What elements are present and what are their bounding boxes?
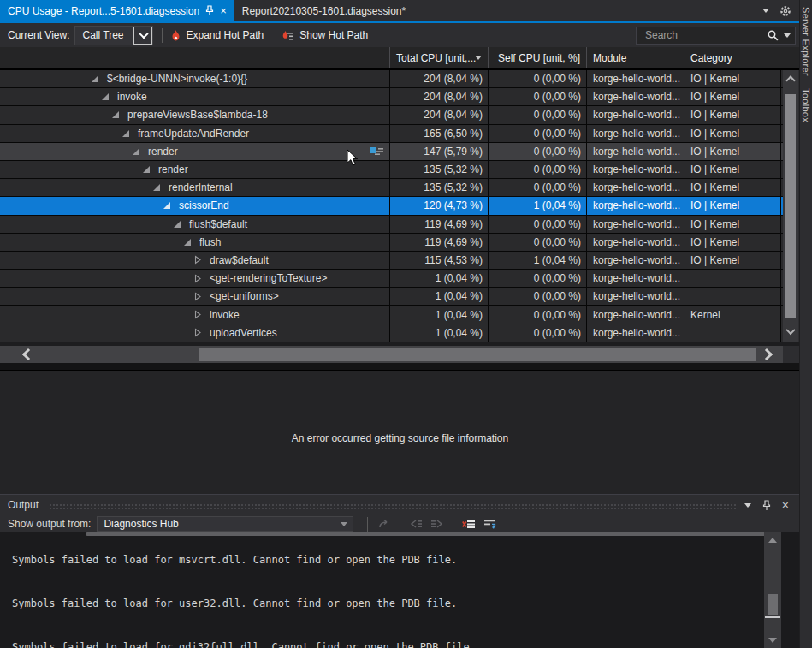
clear-all-icon[interactable]	[462, 519, 476, 530]
collapse-icon[interactable]	[112, 111, 127, 118]
word-wrap-icon[interactable]	[483, 519, 497, 530]
column-header-total-cpu[interactable]: Total CPU [unit,...	[389, 47, 488, 68]
column-label: Total CPU [unit,...	[396, 52, 476, 64]
table-row[interactable]: invoke 204 (8,04 %) 0 (0,00 %) korge-hel…	[0, 88, 783, 106]
table-row[interactable]: draw$default 115 (4,53 %) 1 (0,04 %) kor…	[0, 252, 783, 270]
vs-profiler-window: CPU Usage - Report...5-1601.diagsession …	[0, 0, 812, 648]
expand-icon[interactable]	[194, 310, 210, 319]
table-row[interactable]: <get-renderingToTexture> 1 (0,04 %) 0 (0…	[0, 270, 783, 288]
scrollbar-thumb[interactable]	[768, 594, 778, 615]
next-message-icon[interactable]	[430, 519, 443, 529]
find-source-icon[interactable]	[377, 519, 390, 530]
table-row[interactable]: prepareViewsBase$lambda-18 204 (8,04 %) …	[0, 106, 783, 124]
column-header-category[interactable]: Category	[685, 47, 781, 68]
expand-hot-path-button[interactable]: Expand Hot Path	[171, 29, 264, 41]
pin-icon[interactable]	[205, 5, 214, 16]
drag-grip[interactable]	[49, 503, 736, 510]
output-panel: Output × Show output from: Diagnostics H…	[0, 494, 800, 648]
collapse-icon[interactable]	[92, 75, 107, 82]
collapse-icon[interactable]	[174, 221, 189, 228]
scroll-left-icon[interactable]	[22, 348, 34, 360]
expand-icon[interactable]	[194, 274, 210, 283]
previous-message-icon[interactable]	[410, 519, 423, 529]
combobox-dropdown-button[interactable]	[133, 27, 152, 45]
collapse-icon[interactable]	[163, 202, 179, 209]
column-header-module[interactable]: Module	[586, 47, 685, 68]
scroll-up-icon[interactable]	[785, 75, 795, 85]
table-row[interactable]: uploadVertices 1 (0,04 %) 0 (0,00 %) kor…	[0, 324, 783, 342]
sidebar-tab-server-explorer[interactable]: Server Explorer	[801, 7, 811, 76]
search-input[interactable]	[643, 28, 767, 42]
show-hot-path-button[interactable]: Show Hot Path	[282, 29, 368, 41]
grid-header: Total CPU [unit,... Self CPU [unit, %] M…	[0, 47, 800, 70]
total-cpu-value: 119 (4,69 %)	[389, 216, 488, 233]
table-row[interactable]: frameUpdateAndRender 165 (6,50 %) 0 (0,0…	[0, 125, 783, 143]
flame-icon	[171, 30, 181, 41]
category-value: IO | Kernel	[685, 252, 781, 269]
table-row[interactable]: flush 119 (4,69 %) 0 (0,00 %) korge-hell…	[0, 234, 783, 252]
collapse-icon[interactable]	[102, 93, 117, 100]
total-cpu-value: 135 (5,32 %)	[389, 179, 488, 196]
column-header-self-cpu[interactable]: Self CPU [unit, %]	[488, 47, 586, 68]
total-cpu-value: 119 (4,69 %)	[389, 234, 488, 251]
output-vertical-scrollbar[interactable]	[764, 532, 781, 648]
current-view-combobox[interactable]: Call Tree	[74, 26, 153, 45]
output-console[interactable]: Symbols failed to load for msvcrt.dll. C…	[0, 532, 800, 648]
output-source-value: Diagnostics Hub	[98, 518, 341, 530]
tab-report-diagsession[interactable]: Report20210305-1601.diagsession*	[234, 0, 413, 21]
expand-hot-path-label: Expand Hot Path	[186, 29, 264, 41]
close-icon[interactable]: ×	[220, 5, 227, 16]
table-row[interactable]: invoke 1 (0,04 %) 0 (0,00 %) korge-hello…	[0, 306, 783, 324]
table-row[interactable]: $<bridge-UNNN>invoke(-1:0){} 204 (8,04 %…	[0, 70, 783, 88]
table-row[interactable]: <get-uniforms> 1 (0,04 %) 0 (0,00 %) kor…	[0, 288, 783, 306]
scrollbar-thumb[interactable]	[785, 94, 796, 318]
tree-vertical-scrollbar[interactable]	[783, 70, 798, 342]
module-value: korge-hello-world...	[586, 252, 685, 269]
gear-icon[interactable]	[779, 5, 791, 17]
scroll-down-icon[interactable]	[768, 638, 777, 643]
scrollbar-thumb[interactable]	[199, 348, 756, 361]
scroll-up-icon[interactable]	[768, 538, 777, 543]
scroll-down-icon[interactable]	[785, 325, 795, 335]
collapse-icon[interactable]	[184, 239, 199, 246]
total-cpu-value: 1 (0,04 %)	[389, 306, 488, 323]
table-row[interactable]: renderInternal 135 (5,32 %) 0 (0,00 %) k…	[0, 179, 783, 197]
table-row-selected[interactable]: scissorEnd 120 (4,73 %) 1 (0,04 %) korge…	[0, 197, 783, 215]
mouse-cursor	[347, 149, 359, 167]
collapse-icon[interactable]	[143, 166, 158, 173]
function-name: render	[148, 146, 178, 158]
collapse-icon[interactable]	[122, 130, 138, 137]
show-output-from-label: Show output from:	[8, 518, 91, 530]
column-header-function[interactable]	[0, 47, 389, 68]
column-label: Module	[593, 52, 626, 64]
expand-icon[interactable]	[194, 292, 210, 301]
total-cpu-value: 204 (8,04 %)	[389, 106, 488, 123]
search-options-chevron-icon[interactable]	[784, 33, 791, 38]
pane-splitter[interactable]	[0, 363, 800, 370]
pin-icon[interactable]	[762, 500, 771, 511]
scrollbar-corner	[783, 346, 798, 363]
row-filter-icon[interactable]	[370, 146, 384, 157]
category-value	[685, 270, 781, 287]
table-row[interactable]: render 135 (5,32 %) 0 (0,00 %) korge-hel…	[0, 161, 783, 179]
expand-icon[interactable]	[194, 255, 210, 265]
output-title-bar[interactable]: Output ×	[0, 494, 800, 515]
collapse-icon[interactable]	[153, 184, 169, 191]
expand-icon[interactable]	[194, 328, 210, 337]
search-icon[interactable]	[767, 29, 779, 42]
module-value: korge-hello-world...	[586, 288, 685, 305]
collapse-icon[interactable]	[133, 148, 148, 155]
sidebar-tab-toolbox[interactable]: Toolbox	[801, 88, 811, 122]
scroll-right-icon[interactable]	[761, 348, 773, 360]
close-icon[interactable]: ×	[782, 498, 789, 512]
table-row[interactable]: flush$default 119 (4,69 %) 0 (0,00 %) ko…	[0, 216, 783, 234]
tab-cpu-usage[interactable]: CPU Usage - Report...5-1601.diagsession …	[0, 0, 234, 21]
table-row[interactable]: render 147 (5,79 %) 0 (0,00 %) korge-hel…	[0, 143, 783, 161]
search-box[interactable]	[636, 27, 796, 45]
self-cpu-value: 0 (0,00 %)	[488, 161, 586, 178]
window-position-chevron-icon[interactable]	[744, 503, 751, 508]
category-value: IO | Kernel	[685, 88, 781, 105]
tree-horizontal-scrollbar[interactable]	[0, 346, 783, 363]
document-list-chevron-icon[interactable]	[762, 9, 769, 13]
output-source-combobox[interactable]: Diagnostics Hub	[97, 516, 353, 532]
